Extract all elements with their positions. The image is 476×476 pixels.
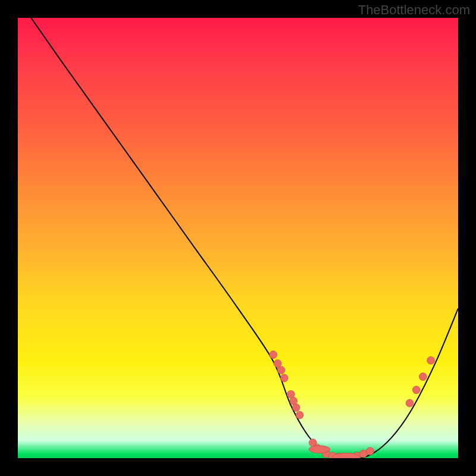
scatter-dot bbox=[277, 367, 285, 374]
scatter-dot bbox=[367, 447, 374, 455]
scatter-dot bbox=[270, 351, 277, 359]
scatter-points bbox=[270, 351, 435, 458]
chart-svg bbox=[18, 18, 458, 458]
scatter-dot bbox=[412, 386, 420, 394]
scatter-dot bbox=[292, 403, 300, 411]
bottleneck-curve bbox=[31, 18, 458, 458]
watermark-text: TheBottleneck.com bbox=[358, 2, 470, 18]
scatter-dot bbox=[406, 399, 414, 407]
scatter-dot bbox=[296, 411, 303, 419]
chart-plot-area bbox=[18, 18, 458, 458]
scatter-bar bbox=[309, 446, 330, 453]
scatter-dot bbox=[427, 356, 435, 364]
scatter-dot bbox=[419, 373, 427, 381]
scatter-dot bbox=[280, 374, 288, 382]
